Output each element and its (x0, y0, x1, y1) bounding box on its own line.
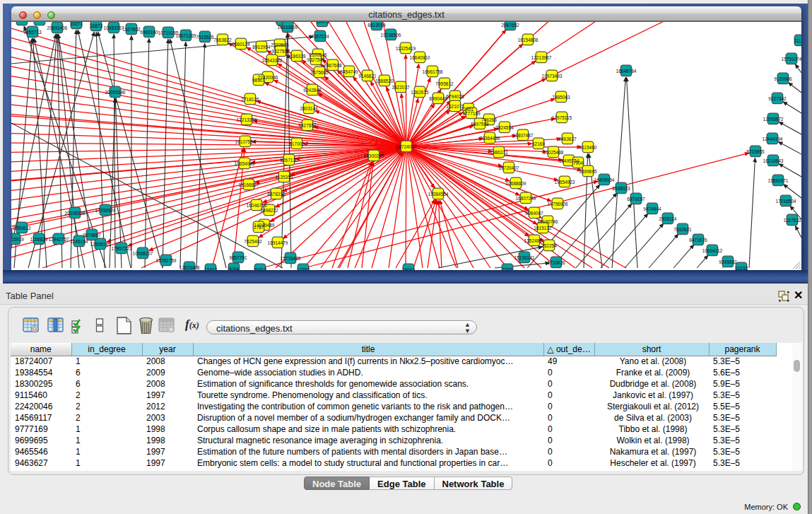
svg-text:1362615: 1362615 (411, 90, 429, 95)
svg-text:12213369: 12213369 (237, 117, 257, 122)
svg-text:10654945: 10654945 (235, 161, 255, 166)
svg-text:9463627: 9463627 (558, 136, 577, 141)
svg-text:16671365: 16671365 (176, 33, 196, 38)
svg-text:20206526: 20206526 (65, 211, 86, 216)
svg-text:9055713: 9055713 (23, 30, 42, 35)
svg-text:9899695: 9899695 (579, 169, 597, 174)
svg-text:1787: 1787 (254, 225, 264, 230)
svg-text:1733426: 1733426 (547, 260, 565, 265)
svg-text:8938923: 8938923 (612, 186, 630, 191)
svg-text:8878332: 8878332 (267, 192, 286, 197)
svg-text:16873: 16873 (90, 23, 102, 28)
svg-text:12444194: 12444194 (763, 136, 783, 141)
svg-text:20103: 20103 (33, 22, 46, 23)
svg-text:7904: 7904 (573, 160, 584, 165)
svg-text:19166827: 19166827 (239, 182, 259, 187)
svg-text:8454749: 8454749 (340, 69, 358, 74)
svg-text:15751074: 15751074 (782, 57, 801, 62)
svg-text:16648784: 16648784 (616, 69, 637, 74)
svg-text:8267130: 8267130 (280, 158, 298, 163)
svg-text:98901: 98901 (252, 78, 265, 83)
svg-text:16914479: 16914479 (268, 240, 288, 245)
svg-text:6966160: 6966160 (140, 30, 158, 35)
svg-text:8471676: 8471676 (689, 238, 707, 243)
svg-text:1527602: 1527602 (122, 27, 141, 32)
svg-text:16107554: 16107554 (235, 139, 256, 144)
svg-text:7357224: 7357224 (311, 34, 329, 39)
svg-text:9129966: 9129966 (774, 76, 792, 81)
svg-text:19384554: 19384554 (428, 192, 449, 197)
svg-text:9327508: 9327508 (307, 57, 325, 62)
svg-text:10688609: 10688609 (506, 181, 526, 186)
svg-text:10653267: 10653267 (104, 25, 124, 30)
svg-text:13524861: 13524861 (524, 238, 545, 243)
svg-text:8990448: 8990448 (429, 96, 447, 101)
svg-text:20691406: 20691406 (47, 25, 68, 30)
svg-text:12213967: 12213967 (531, 55, 552, 60)
svg-text:62160: 62160 (532, 141, 545, 146)
svg-text:17016504: 17016504 (776, 199, 796, 204)
svg-text:2322605: 2322605 (271, 42, 289, 47)
svg-text:8215955: 8215955 (746, 149, 765, 154)
svg-text:3498222: 3498222 (260, 208, 278, 213)
svg-text:16640910: 16640910 (410, 55, 430, 60)
svg-text:10973493: 10973493 (542, 74, 563, 78)
svg-text:1615132: 1615132 (534, 226, 552, 230)
svg-text:8427552: 8427552 (298, 123, 317, 128)
svg-text:7625402: 7625402 (244, 239, 262, 244)
svg-text:7986372: 7986372 (490, 150, 508, 155)
svg-text:9777169: 9777169 (462, 111, 481, 116)
svg-text:7632621: 7632621 (673, 227, 692, 232)
svg-text:917003: 917003 (289, 141, 305, 146)
svg-text:1135359: 1135359 (276, 175, 293, 180)
svg-text:7663822: 7663822 (213, 37, 232, 42)
svg-text:7485063: 7485063 (552, 95, 570, 100)
svg-text:8186328: 8186328 (288, 54, 306, 59)
svg-text:10654112: 10654112 (702, 248, 723, 253)
svg-text:16961758: 16961758 (423, 69, 443, 74)
svg-text:9242848: 9242848 (303, 88, 322, 93)
svg-text:10958107: 10958107 (133, 251, 153, 256)
svg-text:2803144: 2803144 (300, 106, 318, 111)
svg-text:9327500: 9327500 (271, 49, 290, 54)
svg-text:1588520: 1588520 (375, 78, 394, 83)
svg-text:7955812: 7955812 (435, 81, 454, 86)
svg-text:6879197: 6879197 (627, 197, 645, 201)
svg-text:6497568: 6497568 (471, 122, 489, 127)
svg-text:17359924: 17359924 (95, 208, 116, 213)
svg-text:19654923: 19654923 (555, 180, 575, 185)
svg-text:16120746: 16120746 (538, 219, 558, 224)
svg-text:3675685: 3675685 (310, 70, 329, 75)
svg-text:19238506: 19238506 (381, 33, 401, 37)
svg-text:15716485: 15716485 (281, 256, 301, 261)
svg-text:15692971: 15692971 (768, 178, 789, 183)
svg-text:11127: 11127 (794, 38, 801, 43)
svg-text:16543382: 16543382 (262, 58, 283, 63)
svg-text:2350612: 2350612 (13, 226, 31, 230)
svg-text:12505185: 12505185 (90, 242, 111, 247)
svg-text:18724007: 18724007 (396, 144, 417, 149)
svg-text:9975867: 9975867 (83, 233, 101, 238)
svg-text:3824554: 3824554 (495, 125, 514, 130)
svg-text:20364436: 20364436 (480, 136, 500, 141)
svg-text:12975115: 12975115 (552, 115, 572, 120)
svg-text:18300295: 18300295 (364, 153, 384, 158)
svg-text:9115460: 9115460 (579, 145, 597, 150)
svg-text:2087652: 2087652 (501, 23, 519, 28)
svg-text:10807487: 10807487 (513, 133, 534, 138)
svg-text:15136141: 15136141 (514, 255, 535, 260)
svg-text:9227342: 9227342 (768, 96, 787, 101)
svg-text:8813054: 8813054 (367, 23, 386, 28)
svg-text:9660124: 9660124 (232, 42, 250, 47)
svg-text:252254: 252254 (541, 243, 557, 248)
svg-text:3915919: 3915919 (11, 237, 24, 242)
svg-text:2935114: 2935114 (659, 216, 677, 221)
svg-text:1621072: 1621072 (446, 104, 464, 109)
svg-text:2718126: 2718126 (241, 97, 259, 102)
svg-text:7515526: 7515526 (196, 35, 214, 40)
svg-text:19033: 19033 (16, 22, 28, 23)
svg-text:16154808: 16154808 (518, 37, 539, 42)
svg-text:16409954: 16409954 (594, 177, 615, 182)
svg-text:16782759: 16782759 (156, 258, 177, 263)
svg-text:8912954: 8912954 (252, 45, 271, 49)
